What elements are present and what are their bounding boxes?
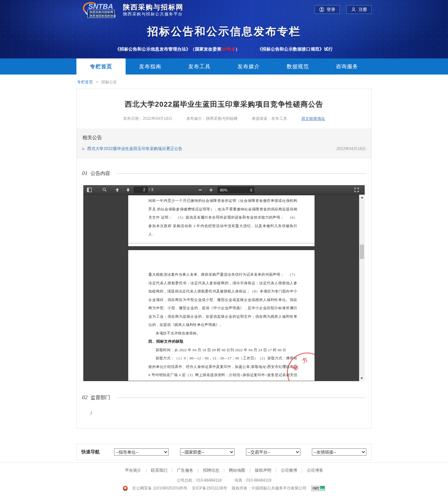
page-up-icon[interactable] xyxy=(113,186,121,193)
guide-units-select[interactable]: --指导单位-- xyxy=(114,448,169,456)
origin-link[interactable]: 原文链接地址 xyxy=(301,116,325,121)
site-title: 陕西采购与招标网 xyxy=(123,3,183,11)
site-subtitle: 陕西采购与招标公共服务平台 xyxy=(123,11,183,17)
section-divider xyxy=(117,398,366,398)
footer-contact-line: 公司总机：010-88484118 传真：010-88484119 xyxy=(0,478,448,483)
zoom-level-select[interactable]: 80% xyxy=(217,187,254,193)
footer-pipe: | xyxy=(223,468,224,473)
section-2-header: 02 监督部门 xyxy=(77,394,371,401)
stamp-star-icon: ★ xyxy=(296,379,308,381)
nav-tab-publish-media[interactable]: 发布媒介 xyxy=(224,58,273,75)
bullet-icon xyxy=(82,148,84,150)
footer-link-copyright[interactable]: 版权声明 xyxy=(255,468,271,473)
footer-links: 平台简介|联系我们|广告服务|招聘信息|网站地图|版权声明|公司微博|公司博客 xyxy=(0,468,448,473)
source-channel: 来源渠道：发布工具 xyxy=(252,116,287,121)
related-announcements: 相关公告 西北大学2022届毕业生蓝田玉印章采购项目更正公告 2022年04月1… xyxy=(77,129,371,159)
banner-subtitle-right: 《招标公告和公示数据接口规范》试行 xyxy=(257,47,333,52)
cnzz-stripes-icon xyxy=(320,486,325,491)
quick-nav-bar: 快速导航 --指导单位-- --国家部委-- --交易平台-- --友情链接-- xyxy=(76,444,372,460)
logo-badge-line1: 陕西采购与招标网 xyxy=(90,11,113,14)
zoom-out-icon[interactable] xyxy=(196,186,204,194)
fullscreen-icon[interactable] xyxy=(353,186,360,194)
zoom-in-icon[interactable] xyxy=(207,186,215,194)
main-nav: 专栏首页 发布指南 发布工具 发布媒介 数据规范 咨询服务 xyxy=(0,58,448,75)
footer-beian2: 京ICP备15011138号 xyxy=(192,485,227,491)
scroll-down-icon[interactable] xyxy=(360,377,363,380)
search-icon[interactable] xyxy=(101,186,109,193)
breadcrumb-home-link[interactable]: 专栏首页 xyxy=(77,80,93,84)
police-badge-icon xyxy=(123,486,128,491)
login-button[interactable]: 登录 xyxy=(315,5,340,14)
pdf-page2-paragraph: 重大税收违法案件当事人名单、政府采购严重违法失信行为记录名单的书面声明； （7）… xyxy=(149,270,297,329)
quick-nav-label: 快速导航 xyxy=(81,449,100,455)
scrollbar-thumb[interactable] xyxy=(360,245,364,259)
section-2-title: 监督部门 xyxy=(91,395,110,401)
footer-link-jobs[interactable]: 招聘信息 xyxy=(203,468,219,473)
section-2-number: 02 xyxy=(82,394,88,401)
footer-beian1: 京公网安备 11010802020185号 xyxy=(132,485,187,491)
breadcrumb: 专栏首页 > 招标公告 xyxy=(76,75,372,89)
footer: 平台简介|联系我们|广告服务|招聘信息|网站地图|版权声明|公司微博|公司博客 … xyxy=(0,462,448,496)
footer-pipe: | xyxy=(250,468,251,473)
friend-links-select[interactable]: --友情链接-- xyxy=(312,448,366,456)
sidebar-toggle-icon[interactable] xyxy=(85,186,93,193)
banner-subtitle-red: 10号令 xyxy=(221,47,235,52)
banner-subtitle-left: 《招标公告和公示信息发布管理办法》（国家发改委第10号令） xyxy=(115,47,240,52)
footer-pipe: | xyxy=(172,468,173,473)
logo-badge-line2: 陕西省招标投标协会 xyxy=(90,14,116,17)
register-user-icon xyxy=(351,7,356,12)
site-logo[interactable]: SNTBA 陕西采购与招标网 陕西省招标投标协会 陕西采购与招标网 陕西采购与招… xyxy=(81,1,183,19)
trading-platform-select[interactable]: --交易平台-- xyxy=(246,448,300,456)
nav-tab-publish-guide[interactable]: 发布指南 xyxy=(126,58,175,75)
related-announcement-date: 2022年04月18日 xyxy=(336,146,366,152)
stamp-char: 方 xyxy=(300,356,309,366)
logo-acronym: SNTBA xyxy=(88,2,113,11)
banner-subtitle: 《招标公告和公示信息发布管理办法》（国家发改委第10号令） 《招标公告和公示数据… xyxy=(76,46,372,52)
article-container: 西北大学2022届毕业生蓝田玉印章采购项目竞争性磋商公告 发布日期：2022年0… xyxy=(76,89,372,429)
publish-media: 发布媒介：陕西采购与招标网 xyxy=(186,116,237,121)
footer-pipe: | xyxy=(301,468,302,473)
pdf-page2-paragraph: 本项目不允许联合体投标。 xyxy=(149,329,297,338)
toolbar-separator xyxy=(122,187,123,192)
related-announcement-link[interactable]: 西北大学2022届毕业生蓝田玉印章采购项目更正公告 xyxy=(87,146,182,152)
section-1-number: 01 xyxy=(82,170,88,177)
login-user-icon xyxy=(319,7,324,12)
banner-title: 招标公告和公示信息发布专栏 xyxy=(76,24,372,39)
nav-tab-consult-service[interactable]: 咨询服务 xyxy=(322,58,372,75)
article-meta: 发布日期：2022年04月18日 发布媒介：陕西采购与招标网 来源渠道：发布工具… xyxy=(77,116,371,129)
login-label: 登录 xyxy=(327,7,335,12)
footer-link-ads[interactable]: 广告服务 xyxy=(177,468,193,473)
page-down-icon[interactable] xyxy=(124,186,132,193)
logo-graphic-icon: SNTBA 陕西采购与招标网 陕西省招标投标协会 xyxy=(81,1,120,19)
footer-link-contact[interactable]: 联系我们 xyxy=(151,468,167,473)
pdf-scrollbar[interactable] xyxy=(359,195,365,381)
auth-buttons: 登录 注册 xyxy=(315,5,372,14)
page-total-label: / 3 xyxy=(149,187,153,192)
cnzz-badge[interactable]: CNZZ xyxy=(311,486,325,491)
breadcrumb-separator: > xyxy=(96,80,98,84)
footer-link-sitemap[interactable]: 网站地图 xyxy=(229,468,245,473)
footer-link-about[interactable]: 平台简介 xyxy=(125,468,141,473)
footer-link-blog[interactable]: 公司博客 xyxy=(307,468,323,473)
publish-date: 发布日期：2022年04月18日 xyxy=(123,116,172,121)
pdf-page-1: 间前一年内至少一个月已缴纳的社会保障资金的证明（社会保障资金缴存单据或社保机构开… xyxy=(128,195,315,246)
page-number-input[interactable] xyxy=(134,187,148,193)
register-button[interactable]: 注册 xyxy=(346,5,372,14)
pdf-page1-text: 间前一年内至少一个月已缴纳的社会保障资金的证明（社会保障资金缴存单据或社保机构开… xyxy=(149,197,297,239)
related-heading: 相关公告 xyxy=(82,135,366,141)
scroll-up-icon[interactable] xyxy=(359,195,365,200)
toolbar-separator xyxy=(362,187,362,193)
footer-pipe: | xyxy=(146,468,147,473)
list-item: 西北大学2022届毕业生蓝田玉印章采购项目更正公告 2022年04月18日 xyxy=(82,146,366,152)
footer-link-weibo[interactable]: 公司微博 xyxy=(281,468,297,473)
footer-copyright: 版权所有：中国招标公共服务平台有限公司 xyxy=(232,485,307,491)
toolbar-separator xyxy=(205,187,206,193)
stamp-char: 标 xyxy=(291,362,301,372)
zoom-controls: 80% xyxy=(196,185,254,195)
state-ministries-select[interactable]: --国家部委-- xyxy=(180,448,234,456)
nav-tab-publish-tools[interactable]: 发布工具 xyxy=(175,58,224,75)
nav-tab-home[interactable]: 专栏首页 xyxy=(76,58,126,75)
section-1-header: 01 公告内容 xyxy=(77,170,371,177)
nav-tab-data-standard[interactable]: 数据规范 xyxy=(273,58,322,75)
pdf-page2-paragraph: 获取方式：（1）9：00—12：00，13：30—17：00（工作日）（2）获取… xyxy=(149,354,297,381)
